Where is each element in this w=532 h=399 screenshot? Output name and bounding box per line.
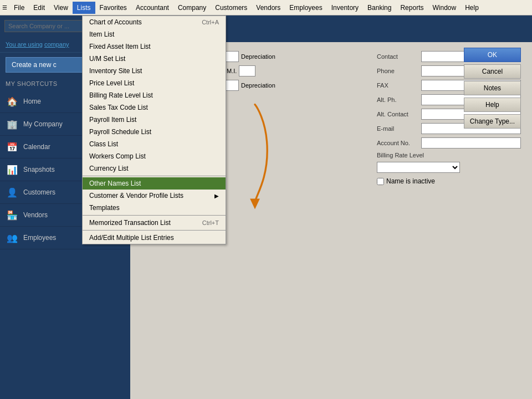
- phone-label: Phone: [377, 68, 421, 74]
- menu-view[interactable]: View: [49, 2, 73, 14]
- dropdown-price-level-list[interactable]: Price Level List: [83, 77, 226, 89]
- menubar: ☰ File Edit View Lists Favorites Account…: [0, 0, 532, 16]
- name-inactive-checkbox[interactable]: [377, 178, 384, 185]
- svg-marker-0: [250, 199, 260, 209]
- menu-favorites[interactable]: Favorites: [95, 2, 131, 14]
- dropdown-item-label: Add/Edit Multiple List Entries: [89, 234, 174, 242]
- account-no-row: Account No.: [377, 137, 523, 149]
- dropdown-inventory-site-list[interactable]: Inventory Site List: [83, 65, 226, 77]
- customers-icon: 👤: [6, 186, 19, 199]
- dropdown-workers-comp-list[interactable]: Workers Comp List: [83, 150, 226, 162]
- sidebar-item-label: Home: [23, 98, 41, 105]
- snapshots-icon: 📊: [6, 163, 19, 176]
- notes-button[interactable]: Notes: [464, 81, 521, 95]
- dropdown-item-label: Workers Comp List: [89, 152, 146, 160]
- dropdown-item-label: Fixed Asset Item List: [89, 43, 151, 50]
- cancel-button[interactable]: Cancel: [464, 64, 521, 79]
- billing-rate-level-label: Billing Rate Level: [377, 152, 424, 158]
- menu-employees[interactable]: Employees: [285, 2, 326, 14]
- help-button[interactable]: Help: [464, 98, 521, 112]
- dropdown-add-edit-multiple-list-entries[interactable]: Add/Edit Multiple List Entries: [83, 232, 226, 244]
- contact-label: Contact: [377, 53, 421, 60]
- dropdown-currency-list[interactable]: Currency List: [83, 162, 226, 175]
- dropdown-chart-of-accounts[interactable]: Chart of Accounts Ctrl+A: [83, 16, 226, 28]
- menu-edit[interactable]: Edit: [29, 2, 49, 14]
- billing-rate-dropdown-row: [377, 162, 523, 173]
- menu-help[interactable]: Help: [461, 2, 483, 14]
- dropdown-item-label: Memorized Transaction List: [89, 219, 171, 227]
- billing-rate-level-row: Billing Rate Level: [377, 152, 523, 158]
- sidebar-item-label: Vendors: [23, 211, 48, 219]
- menu-lists[interactable]: Lists: [73, 2, 95, 14]
- dropdown-separator-2: [83, 215, 226, 216]
- menu-vendors[interactable]: Vendors: [252, 2, 285, 14]
- dropdown-templates[interactable]: Templates: [83, 202, 226, 214]
- dropdown-class-list[interactable]: Class List: [83, 138, 226, 150]
- alt-ph-label: Alt. Ph.: [377, 96, 421, 103]
- alt-contact-label: Alt. Contact: [377, 111, 421, 117]
- name-inactive-label: Name is inactive: [386, 177, 435, 185]
- dropdown-customer-vendor-profile-lists[interactable]: Customer & Vendor Profile Lists ▶: [83, 190, 226, 202]
- home-icon: 🏠: [6, 95, 19, 108]
- account-no-label: Account No.: [377, 140, 421, 146]
- calendar-icon: 📅: [6, 140, 19, 154]
- fax-label: FAX: [377, 82, 421, 89]
- account-no-input[interactable]: [421, 137, 521, 149]
- sidebar-item-label: My Company: [23, 120, 63, 128]
- dropdown-item-label: Chart of Accounts: [89, 18, 142, 26]
- menu-customers[interactable]: Customers: [211, 2, 252, 14]
- dropdown-billing-rate-level-list[interactable]: Billing Rate Level List: [83, 89, 226, 101]
- dropdown-fixed-asset-item-list[interactable]: Fixed Asset Item List: [83, 40, 226, 53]
- action-buttons-panel: OK Cancel Notes Help Change Type...: [464, 48, 521, 129]
- menu-company[interactable]: Company: [173, 2, 211, 14]
- name-inactive-area: Name is inactive: [377, 177, 523, 185]
- dropdown-item-label: Billing Rate Level List: [89, 91, 153, 99]
- sidebar-item-label: Snapshots: [23, 166, 55, 173]
- dropdown-sales-tax-code-list[interactable]: Sales Tax Code List: [83, 101, 226, 114]
- notice-link[interactable]: company: [44, 41, 69, 48]
- mi-value-input[interactable]: [239, 65, 255, 76]
- sidebar-item-label: Employees: [23, 234, 56, 242]
- menu-banking[interactable]: Banking: [363, 2, 396, 14]
- app-icon: ☰: [2, 4, 7, 11]
- dropdown-separator-3: [83, 230, 226, 231]
- notice-text: You are using: [6, 41, 43, 48]
- dropdown-item-label: Payroll Schedule List: [89, 128, 151, 136]
- dropdown-item-label: Class List: [89, 140, 118, 148]
- vendors-icon: 🏪: [6, 208, 19, 222]
- dropdown-item-label: Templates: [89, 204, 120, 212]
- menu-window[interactable]: Window: [428, 2, 461, 14]
- dropdown-item-label: Currency List: [89, 165, 129, 172]
- dropdown-item-label: Payroll Item List: [89, 116, 136, 124]
- dropdown-item-list[interactable]: Item List: [83, 28, 226, 40]
- dropdown-other-names-list[interactable]: Other Names List: [83, 177, 226, 190]
- menu-inventory[interactable]: Inventory: [327, 2, 363, 14]
- lists-dropdown: Chart of Accounts Ctrl+A Item List Fixed…: [82, 16, 226, 244]
- dropdown-item-label: Other Names List: [89, 180, 141, 187]
- main-container: You are using company Create a new c My …: [0, 16, 532, 399]
- ok-button[interactable]: OK: [464, 48, 521, 62]
- mi-label: M.I.: [227, 68, 237, 74]
- menu-reports[interactable]: Reports: [396, 2, 428, 14]
- sidebar-item-label: Calendar: [23, 143, 50, 151]
- dropdown-payroll-item-list[interactable]: Payroll Item List: [83, 114, 226, 126]
- depreciation-label-1: Depreciation: [241, 53, 275, 60]
- dropdown-shortcut: Ctrl+A: [202, 19, 219, 25]
- dropdown-separator-1: [83, 176, 226, 176]
- depreciation-label-2: Depreciation: [241, 82, 275, 89]
- dropdown-item-label: Sales Tax Code List: [89, 104, 148, 111]
- employees-icon: 👥: [6, 231, 19, 244]
- dropdown-um-set-list[interactable]: U/M Set List: [83, 53, 226, 65]
- dropdown-payroll-schedule-list[interactable]: Payroll Schedule List: [83, 126, 226, 138]
- billing-rate-select[interactable]: [377, 162, 460, 173]
- dropdown-shortcut: Ctrl+T: [202, 219, 219, 226]
- menu-accountant[interactable]: Accountant: [131, 2, 173, 14]
- dropdown-item-label: Customer & Vendor Profile Lists: [89, 192, 183, 200]
- dropdown-memorized-transaction-list[interactable]: Memorized Transaction List Ctrl+T: [83, 217, 226, 229]
- submenu-arrow-icon: ▶: [214, 193, 219, 199]
- menu-file[interactable]: File: [9, 2, 29, 14]
- dropdown-item-label: U/M Set List: [89, 55, 125, 63]
- dropdown-item-label: Inventory Site List: [89, 67, 142, 75]
- dropdown-item-label: Price Level List: [89, 79, 134, 87]
- change-type-button[interactable]: Change Type...: [464, 114, 521, 129]
